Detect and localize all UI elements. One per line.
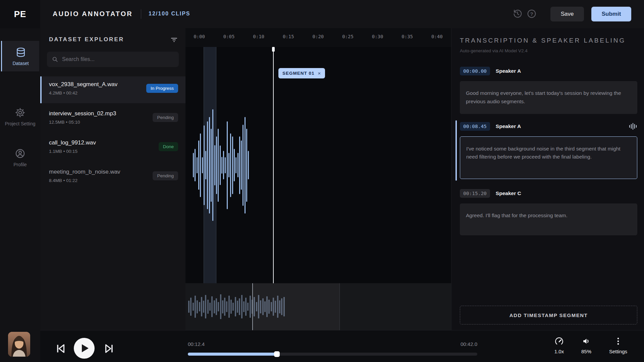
waveform-bar	[228, 153, 229, 177]
app-root: PE AUDIO ANNOTATOR 12/100 CLIPS ? Save S…	[0, 0, 644, 362]
segment-tag[interactable]: SEGMENT 01 ×	[278, 68, 325, 78]
player-bar: 00:12.4 00:42.0 1.0x 85%	[40, 330, 644, 362]
sidebar-item-label: Profile	[13, 162, 27, 167]
waveform-bar	[200, 133, 201, 197]
clips-counter: 12/100 CLIPS	[149, 11, 191, 17]
minimap-bar	[220, 294, 221, 319]
transcript-text[interactable]: I've noticed some background noise in th…	[460, 136, 637, 179]
timestamp-badge[interactable]: 00:00.00	[460, 67, 490, 75]
user-avatar[interactable]	[8, 332, 30, 357]
speaker-label[interactable]: Speaker A	[496, 68, 521, 74]
waveform-bar	[209, 117, 210, 214]
waveform-bar	[211, 129, 212, 202]
speedometer-icon	[554, 337, 564, 346]
speed-value: 1.0x	[554, 349, 564, 354]
submit-button[interactable]: Submit	[591, 7, 631, 21]
waveform-bar	[227, 121, 228, 209]
explorer-title: DATASET EXPLORER	[49, 36, 124, 43]
waveform-bar	[216, 136, 217, 194]
speaker-label[interactable]: Speaker A	[496, 123, 521, 129]
play-icon	[82, 344, 89, 352]
minimap-bar	[235, 297, 236, 317]
waveform-bar	[225, 157, 226, 173]
waveform-bar	[239, 136, 240, 194]
seek-bar[interactable]	[188, 353, 477, 356]
logo[interactable]: PE	[0, 0, 40, 28]
sidebar-item-label: Dataset	[12, 61, 29, 66]
file-list: vox_2938_segment_A.wav4.2MB • 00:42In Pr…	[40, 76, 185, 193]
minimap-bar	[230, 300, 232, 314]
minimap[interactable]	[185, 283, 451, 330]
timestamp-badge[interactable]: 00:08.45	[460, 122, 490, 131]
transcription-subtitle: Auto-generated via AI Model V2.4	[460, 48, 637, 53]
minimap-bar	[228, 296, 230, 318]
ruler-tick: 0:25	[342, 34, 354, 39]
transcript-entry: 00:15.20Speaker CAgreed. I'll flag that …	[460, 189, 637, 235]
seek-bar-fill	[188, 353, 277, 356]
ruler-tick: 0:05	[223, 34, 235, 39]
save-button[interactable]: Save	[550, 7, 584, 21]
minimap-bar	[222, 300, 223, 313]
volume-icon	[582, 337, 591, 346]
ruler-tick: 0:30	[372, 34, 383, 39]
minimap-bar	[209, 303, 211, 310]
status-badge: Pending	[153, 113, 178, 122]
add-timestamp-segment-button[interactable]: ADD TIMESTAMP SEGMENT	[460, 306, 637, 324]
current-time: 00:12.4	[188, 341, 205, 347]
play-button[interactable]	[74, 338, 95, 359]
timeline-ruler[interactable]: 0:000:050:100:150:200:250:300:350:40	[185, 28, 451, 47]
file-row[interactable]: vox_2938_segment_A.wav4.2MB • 00:42In Pr…	[40, 76, 185, 103]
status-badge: Done	[159, 142, 178, 151]
svg-text:?: ?	[530, 11, 533, 17]
waveform-bar	[235, 157, 236, 173]
settings-label: Settings	[609, 349, 627, 354]
transcription-panel: TRANSCRIPTION & SPEAKER LABELING Auto-ge…	[451, 28, 644, 330]
file-row[interactable]: meeting_room_b_noise.wav8.4MB • 01:22Pen…	[40, 164, 185, 191]
settings-control[interactable]: Settings	[605, 337, 632, 354]
waveform-panel: 0:000:050:100:150:200:250:300:350:40 SEG…	[185, 28, 451, 330]
history-icon[interactable]	[513, 9, 523, 19]
help-icon[interactable]: ?	[527, 9, 537, 19]
playback-speed-control[interactable]: 1.0x	[546, 337, 573, 354]
database-icon	[15, 47, 26, 58]
header: PE AUDIO ANNOTATOR 12/100 CLIPS ? Save S…	[0, 0, 644, 28]
search-box[interactable]	[47, 52, 179, 67]
minimap-viewport[interactable]	[252, 283, 340, 330]
transcription-title: TRANSCRIPTION & SPEAKER LABELING	[460, 37, 637, 44]
gear-icon	[15, 107, 25, 118]
waveform-bar	[204, 125, 205, 205]
audio-levels-icon	[629, 123, 637, 130]
timestamp-badge[interactable]: 00:15.20	[460, 189, 490, 198]
waveform-bar	[195, 149, 196, 181]
sidebar-item-project-setting[interactable]: Project Setting	[0, 107, 40, 126]
skip-back-button[interactable]	[54, 343, 66, 355]
seek-handle[interactable]	[274, 351, 280, 357]
speaker-label[interactable]: Speaker C	[496, 190, 521, 196]
waveform-bar	[246, 129, 247, 202]
transcript-text[interactable]: Agreed. I'll flag that for the processin…	[460, 203, 637, 235]
minimap-bar	[211, 296, 213, 317]
minimap-bar	[201, 297, 202, 317]
search-input[interactable]	[62, 56, 174, 62]
sidebar-item-dataset[interactable]: Dataset	[1, 41, 39, 71]
dataset-explorer-panel: DATASET EXPLORER vox_2938_segment_A.wav4…	[40, 28, 185, 330]
file-row[interactable]: interview_session_02.mp312.5MB • 05:10Pe…	[40, 106, 185, 132]
header-divider	[141, 9, 141, 19]
minimap-bar	[218, 302, 219, 311]
waveform-canvas[interactable]: SEGMENT 01 ×	[185, 47, 451, 283]
sidebar-item-profile[interactable]: Profile	[0, 148, 40, 167]
volume-value: 85%	[581, 349, 591, 354]
transcript-text[interactable]: Good morning everyone, let's start today…	[460, 81, 637, 114]
file-row[interactable]: call_log_9912.wav1.1MB • 00:15Done	[40, 135, 185, 162]
waveform-bar	[221, 157, 222, 174]
close-icon[interactable]: ×	[318, 70, 321, 76]
minimap-bar	[216, 298, 217, 315]
waveform-bar	[198, 140, 199, 190]
filter-icon[interactable]	[170, 36, 178, 44]
minimap-bar	[232, 303, 234, 310]
playhead[interactable]	[273, 47, 274, 283]
sidebar-item-label: Project Setting	[5, 121, 35, 126]
ruler-tick: 0:10	[253, 34, 264, 39]
volume-control[interactable]: 85%	[573, 337, 600, 354]
skip-forward-button[interactable]	[103, 343, 115, 355]
